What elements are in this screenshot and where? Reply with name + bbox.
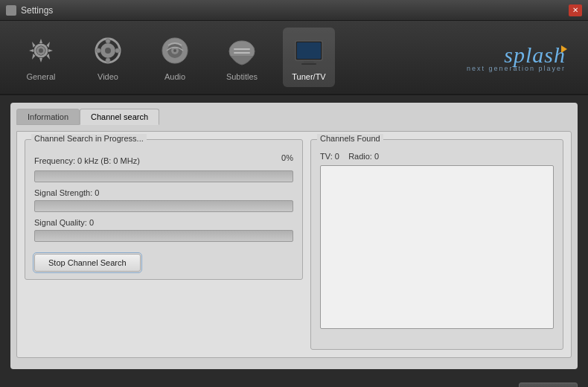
svg-point-8 (96, 48, 100, 53)
tab-channel-search[interactable]: Channel search (80, 109, 159, 125)
signal-strength-bar (34, 200, 293, 212)
channel-search-group: Channel Search in Progress... Frequency:… (25, 139, 303, 280)
svg-point-6 (106, 39, 110, 43)
svg-rect-16 (234, 52, 250, 54)
svg-rect-19 (304, 61, 314, 63)
svg-point-7 (106, 58, 110, 63)
stop-channel-search-button[interactable]: Stop Channel Search (34, 254, 141, 272)
audio-icon (158, 33, 192, 68)
nav-item-tuner[interactable]: Tuner/TV (283, 28, 335, 87)
frequency-progress-bar (34, 170, 293, 182)
splash-logo: splash next generation player (467, 42, 566, 72)
svg-point-5 (105, 48, 111, 54)
channels-found-title: Channels Found (317, 134, 383, 143)
signal-strength-label: Signal Strength: 0 (34, 188, 293, 197)
nav-label-tuner: Tuner/TV (292, 72, 325, 81)
channels-list[interactable] (320, 165, 554, 329)
tab-information[interactable]: Information (16, 109, 80, 125)
signal-quality-bar (34, 230, 293, 242)
nav-item-general[interactable]: General (15, 28, 67, 87)
bottom-bar: Cancel (0, 377, 588, 387)
tv-count: TV: 0 (320, 152, 339, 161)
nav-label-subtitles: Subtitles (226, 72, 258, 81)
tv-icon (292, 33, 326, 68)
svg-point-9 (115, 48, 120, 53)
frequency-label: Frequency: 0 kHz (B: 0 MHz) (34, 156, 140, 165)
svg-rect-15 (234, 48, 250, 50)
group-title: Channel Search in Progress... (31, 134, 147, 143)
frequency-pct: 0% (281, 153, 293, 162)
nav-item-video[interactable]: Video (82, 28, 134, 87)
tab-content: Channel Search in Progress... Frequency:… (16, 131, 572, 358)
left-panel: Channel Search in Progress... Frequency:… (25, 139, 303, 350)
nav-items: General Video (15, 28, 335, 87)
radio-count: Radio: 0 (348, 152, 379, 161)
title-bar-left: Settings (6, 5, 53, 16)
nav-label-general: General (26, 72, 55, 81)
svg-point-13 (173, 49, 176, 52)
nav-label-video: Video (98, 72, 118, 81)
nav-item-audio[interactable]: Audio (149, 28, 201, 87)
channels-found-group: Channels Found TV: 0 Radio: 0 (310, 139, 563, 350)
logo-text: splash (504, 42, 566, 67)
app-icon (6, 5, 16, 16)
frequency-row: Frequency: 0 kHz (B: 0 MHz) 0% (34, 147, 293, 168)
svg-rect-20 (301, 63, 316, 65)
right-panel: Channels Found TV: 0 Radio: 0 (310, 139, 563, 350)
signal-quality-label: Signal Quality: 0 (34, 218, 293, 227)
close-button[interactable]: ✕ (569, 4, 582, 16)
nav-item-subtitles[interactable]: Subtitles (216, 28, 268, 87)
logo-arrow (561, 45, 567, 53)
svg-point-2 (39, 48, 43, 53)
tabs: Information Channel search (16, 109, 572, 125)
title-bar: Settings ✕ (0, 0, 588, 21)
film-icon (91, 33, 125, 68)
channels-counts: TV: 0 Radio: 0 (320, 152, 554, 161)
subtitle-icon (225, 33, 259, 68)
svg-rect-18 (297, 42, 321, 59)
window-title: Settings (21, 5, 53, 16)
gear-icon (24, 33, 58, 68)
nav-label-audio: Audio (164, 72, 185, 81)
cancel-button[interactable]: Cancel (519, 383, 578, 387)
main-content: Information Channel search Channel Searc… (10, 103, 578, 369)
nav-bar: General Video (0, 21, 588, 95)
